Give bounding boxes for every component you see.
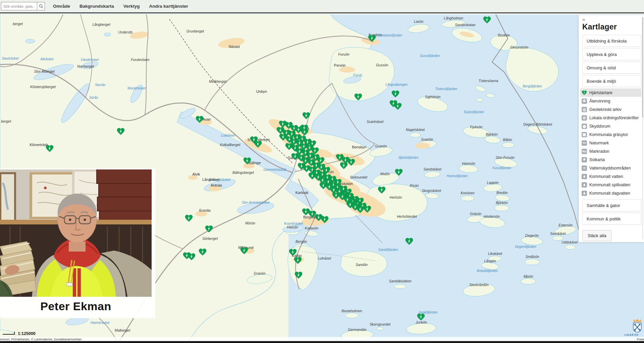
svg-text:Klöstersjöberget: Klöstersjöberget	[30, 85, 56, 89]
svg-text:Fjuksöfjärden: Fjuksöfjärden	[464, 110, 484, 114]
svg-text:Brändöfjärden: Brändöfjärden	[477, 269, 498, 273]
menu-andra-karttjanster[interactable]: Andra karttjänster	[149, 4, 188, 9]
svg-text:Tistersöarna: Tistersöarna	[479, 79, 498, 83]
svg-text:Degerö-Börtskäret: Degerö-Börtskäret	[523, 122, 552, 126]
map-application: Område Bakgrundskarta Verktyg Andra kart…	[0, 0, 644, 343]
crown-icon	[633, 319, 641, 322]
svg-text:Germandön: Germandön	[348, 328, 367, 332]
trees-icon: ΛΛ	[582, 140, 587, 146]
svg-text:Sinksundet: Sinksundet	[350, 175, 368, 179]
svg-text:Sörberget: Sörberget	[202, 236, 218, 241]
svg-text:Gussön: Gussön	[376, 63, 388, 67]
layer-label: Vattenskyddsområden	[589, 166, 631, 170]
accordion-omsorg[interactable]: Omsorg & stöd	[582, 62, 641, 74]
window-bottom-bar	[0, 341, 644, 343]
svg-text:Hamnön: Hamnön	[462, 161, 475, 165]
svg-text:Likskäret: Likskäret	[488, 252, 502, 256]
svg-text:Långön: Långön	[484, 259, 496, 263]
svg-text:Bälingsberget: Bälingsberget	[232, 170, 254, 175]
svg-text:Hindersön: Hindersön	[484, 214, 500, 218]
accordion-utbildning[interactable]: Utbildning & förskola	[582, 35, 641, 47]
panel-scrollbar[interactable]	[642, 17, 643, 239]
svg-text:Stor-Alberget: Stor-Alberget	[34, 69, 55, 73]
svg-text:Sandöfjärden: Sandöfjärden	[378, 248, 398, 252]
svg-text:Bälinge: Bälinge	[249, 161, 261, 165]
svg-text:Granön: Granön	[254, 271, 265, 275]
layer-label: Markradon	[589, 149, 609, 154]
layer-item-lokala-ordningsf-reskrifter[interactable]: ⊘Lokala ordningsföreskrifter	[580, 114, 641, 122]
svg-text:berget: berget	[1, 119, 11, 123]
svg-text:Luleälven: Luleälven	[221, 134, 235, 137]
svg-text:Furutj.: Furutj.	[353, 73, 363, 77]
svg-text:Lulnäset: Lulnäset	[318, 256, 331, 260]
layer-label: Naturmark	[589, 141, 609, 145]
menu-omrade[interactable]: Område	[53, 4, 70, 9]
svg-text:Båtön: Båtön	[503, 138, 512, 142]
svg-text:Bensbyn: Bensbyn	[352, 145, 367, 149]
menu-bakgrundskarta[interactable]: Bakgrundskarta	[79, 4, 114, 9]
layer-item-markradon[interactable]: RnMarkradon	[580, 147, 641, 155]
svg-text:Norrån: Norrån	[95, 83, 106, 87]
svg-text:Ersnäs: Ersnäs	[199, 208, 211, 212]
svg-text:Mulön: Mulön	[380, 172, 390, 176]
accordion-samhalle[interactable]: Samhälle & gator	[582, 199, 641, 211]
layer-label: Hjärtstartare	[589, 90, 612, 95]
svg-text:Furuknösen: Furuknösen	[131, 58, 150, 62]
layer-item-kommunalt-vatten[interactable]: Kommunalt vatten	[580, 172, 641, 181]
svg-text:Furuöfjärden: Furuöfjärden	[492, 166, 512, 170]
layer-label: Skyddsrum	[589, 124, 610, 129]
svg-text:Unbyn: Unbyn	[256, 89, 267, 93]
svg-text:Bergöfjärden: Bergöfjärden	[523, 84, 542, 88]
svg-text:berget: berget	[13, 22, 23, 26]
layer-item-naturmark[interactable]: ΛΛNaturmark	[580, 139, 641, 147]
scale-bar	[3, 332, 15, 335]
person-overlay-card: Peter Ekman	[0, 168, 155, 318]
accordion-kommun[interactable]: Kommun & politik	[582, 213, 641, 225]
prohibition-icon: ⊘	[582, 115, 587, 121]
search-input[interactable]	[1, 2, 37, 10]
layer-label: Lokala ordningsföreskrifter	[589, 116, 639, 120]
layer-item-kommunalt-dagvatten[interactable]: Kommunalt dagvatten	[580, 189, 641, 197]
layer-item-skyddsrum[interactable]: ◉Skyddsrum	[580, 122, 641, 130]
map-layers-panel: » Kartlager Utbildning & förskola Upplev…	[579, 15, 644, 242]
layer-label: Kommunalt dagvatten	[589, 191, 630, 196]
layer-item-kommunala-gr-sytor[interactable]: ▣Kommunala gräsytor	[580, 130, 641, 139]
accordion-uppleva[interactable]: Uppleva & göra	[582, 48, 641, 60]
scale-indicator: 1:125000	[3, 330, 36, 335]
accordion-boende[interactable]: Boende & miljö	[582, 75, 641, 87]
svg-text:Hamnöfjärden: Hamnöfjärden	[447, 174, 468, 178]
layer-item--tervinning[interactable]: ♻Återvinning	[580, 97, 641, 105]
shelter-icon: ◉	[582, 124, 587, 129]
svg-text:Nagelskäret: Nagelskäret	[406, 128, 425, 132]
svg-text:Alvik: Alvik	[192, 172, 200, 176]
layer-label: Återvinning	[589, 99, 610, 104]
svg-text:Kallaxön: Kallaxön	[305, 226, 318, 230]
layer-item-solkarta[interactable]: ☀Solkarta	[580, 155, 641, 164]
svg-text:Saxskäret: Saxskäret	[550, 231, 566, 235]
drop-icon	[582, 174, 587, 179]
svg-text:Svartön: Svartön	[421, 137, 433, 141]
search-icon[interactable]	[37, 2, 45, 10]
svg-text:Laxön: Laxön	[414, 19, 424, 23]
svg-text:Vändträsket: Vändträsket	[80, 58, 99, 62]
layer-item-hj-rtstartare[interactable]: Hjärtstartare	[580, 88, 641, 97]
menu-verktyg[interactable]: Verktyg	[123, 4, 140, 9]
layer-item-geotekniskt-arkiv[interactable]: ◎Geotekniskt arkiv	[580, 105, 641, 114]
svg-text:Björkön: Björkön	[496, 201, 508, 205]
svg-text:Björköfjärden: Björköfjärden	[399, 156, 419, 159]
svg-text:Tistersöfjärden: Tistersöfjärden	[435, 87, 457, 91]
svg-text:Mockträsket: Mockträsket	[127, 86, 146, 90]
svg-text:Svartnäset: Svartnäset	[367, 120, 384, 124]
svg-text:Sandön: Sandön	[356, 263, 368, 267]
layer-item-vattenskyddsomr-den[interactable]: ≡Vattenskyddsområden	[580, 164, 641, 172]
clear-all-button[interactable]: Släck alla	[582, 230, 612, 241]
drop-icon	[582, 182, 587, 188]
svg-text:Storbrändön: Storbrändön	[469, 283, 489, 287]
svg-text:Fjuksön: Fjuksön	[470, 125, 483, 129]
layer-item-kommunalt-spillvatten[interactable]: Kommunalt spillvatten	[580, 181, 641, 189]
svg-text:Sandöklubben: Sandöklubben	[389, 279, 411, 283]
svg-text:Norrberget: Norrberget	[77, 64, 94, 68]
svg-text:Estersön: Estersön	[558, 223, 573, 227]
collapse-panel-icon[interactable]: »	[582, 17, 641, 22]
svg-text:Björkön: Björkön	[486, 132, 498, 136]
